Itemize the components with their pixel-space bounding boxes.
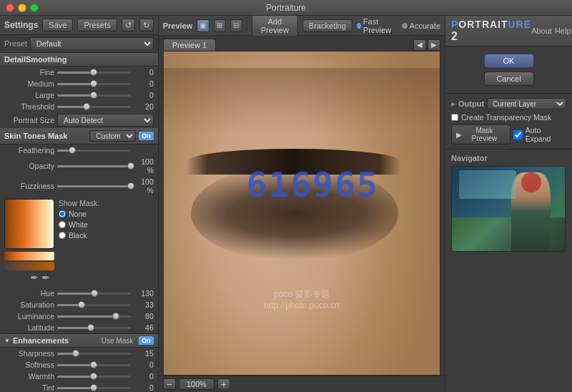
window-controls xyxy=(6,4,39,12)
toolbar-separator xyxy=(247,20,247,31)
enhancements-header: ▼ Enhancements Use Mask On xyxy=(0,333,158,348)
bracketing-button[interactable]: Bracketing xyxy=(302,19,352,32)
ok-button[interactable]: OK xyxy=(484,54,534,68)
create-transparency-checkbox[interactable] xyxy=(451,114,458,121)
titlebar: Portraiture xyxy=(0,0,572,16)
color-swatch[interactable] xyxy=(4,199,54,249)
skin-tones-on-badge: On xyxy=(139,132,154,140)
skin-tones-dropdown[interactable]: Custom xyxy=(89,130,136,142)
softness-slider-row: Softness 0 xyxy=(0,359,158,371)
preset-row: Preset Default xyxy=(0,35,158,53)
redo-button[interactable]: ↻ xyxy=(139,19,154,31)
softness-value: 0 xyxy=(134,361,154,369)
mask-preview-button[interactable]: ▶ Mask Preview xyxy=(451,124,511,144)
softness-slider[interactable] xyxy=(57,364,131,366)
warmth-value: 0 xyxy=(134,372,154,381)
large-value: 0 xyxy=(134,91,154,99)
hue-slider[interactable] xyxy=(57,293,131,295)
zoom-minus-button[interactable]: − xyxy=(163,378,176,390)
feathering-slider[interactable] xyxy=(57,150,131,152)
fine-slider[interactable] xyxy=(57,72,131,74)
latitude-label: Latitude xyxy=(4,323,54,332)
navigator-thumbnail xyxy=(451,166,566,252)
detail-smoothing-header: DetailSmoothing xyxy=(0,53,158,67)
warmth-slider[interactable] xyxy=(57,376,131,378)
threshold-value: 20 xyxy=(134,102,154,111)
help-button[interactable]: Help xyxy=(555,26,571,35)
none-radio-row[interactable]: None xyxy=(59,210,154,218)
app-title: Portraiture xyxy=(266,3,306,13)
tint-slider[interactable] xyxy=(57,387,131,389)
eyedropper-btn-2[interactable]: ✒ xyxy=(41,272,50,283)
threshold-slider[interactable] xyxy=(57,106,131,108)
none-radio[interactable] xyxy=(59,210,66,217)
luminance-label: Luminance xyxy=(4,312,54,320)
preview-toolbar: Preview ▣ ⊞ ⊟ Add Preview Bracketing Fas… xyxy=(159,16,445,36)
minimize-btn[interactable] xyxy=(18,4,26,12)
cancel-button[interactable]: Cancel xyxy=(484,72,534,86)
latitude-slider[interactable] xyxy=(57,327,131,329)
large-slider[interactable] xyxy=(57,94,131,97)
zoom-plus-button[interactable]: + xyxy=(217,378,230,390)
hue-value: 130 xyxy=(134,289,154,298)
black-radio[interactable] xyxy=(59,232,66,239)
sharpness-value: 15 xyxy=(134,349,154,358)
fuzziness-label: Fuzziness xyxy=(4,182,54,190)
preview-tab-1[interactable]: Preview 1 xyxy=(163,39,216,51)
accurate-option[interactable]: Accurate xyxy=(402,21,440,30)
output-chevron: ▶ xyxy=(451,101,455,107)
preset-select[interactable]: Default xyxy=(30,37,154,50)
about-button[interactable]: About xyxy=(531,26,552,35)
close-btn[interactable] xyxy=(6,4,14,12)
medium-value: 0 xyxy=(134,79,154,88)
sharpness-slider[interactable] xyxy=(57,353,131,355)
fuzziness-value: 100 % xyxy=(134,177,154,195)
white-radio[interactable] xyxy=(59,221,66,228)
presets-button[interactable]: Presets xyxy=(77,19,117,31)
portrait-size-select[interactable]: Auto Detect xyxy=(57,114,154,127)
large-label: Large xyxy=(4,91,54,99)
warmth-label: Warmth xyxy=(4,372,54,381)
save-button[interactable]: Save xyxy=(42,19,73,31)
auto-expand-checkbox[interactable] xyxy=(513,130,523,139)
skin-tones-label: Skin Tones Mask xyxy=(4,132,87,140)
black-radio-row[interactable]: Black xyxy=(59,231,154,240)
watermark: poco 摄影专题 http://photo.poco.cn xyxy=(264,288,339,310)
opacity-slider-row: Opacity 100 % xyxy=(0,156,158,176)
mask-preview-label: Mask Preview xyxy=(463,127,506,142)
fine-value: 0 xyxy=(134,68,154,77)
fine-label: Fine xyxy=(4,68,54,77)
feathering-slider-row: Feathering xyxy=(0,144,158,156)
fuzziness-slider[interactable] xyxy=(57,185,131,187)
enhancements-chevron: ▼ xyxy=(4,338,10,344)
medium-slider[interactable] xyxy=(57,83,131,85)
saturation-label: Saturation xyxy=(4,300,54,309)
alpha-gradient-bar xyxy=(4,262,54,270)
opacity-slider[interactable] xyxy=(57,165,131,167)
fast-preview-option[interactable]: Fast Preview xyxy=(357,17,398,34)
preview-label: Preview xyxy=(163,21,193,30)
enhancements-label: Enhancements xyxy=(13,336,99,345)
prev-nav-btn[interactable]: ◀ xyxy=(413,39,426,51)
threshold-label: Threshold xyxy=(4,102,54,111)
fine-slider-row: Fine 0 xyxy=(0,67,158,78)
medium-slider-row: Medium 0 xyxy=(0,78,158,89)
preset-label: Preset xyxy=(4,39,27,48)
latitude-slider-row: Latitude 46 xyxy=(0,322,158,333)
single-view-btn[interactable]: ▣ xyxy=(197,19,209,32)
undo-button[interactable]: ↺ xyxy=(122,19,136,31)
maximize-btn[interactable] xyxy=(30,4,39,12)
add-preview-button[interactable]: Add Preview xyxy=(252,15,298,36)
saturation-slider[interactable] xyxy=(57,304,131,306)
white-radio-row[interactable]: White xyxy=(59,220,154,229)
fuzziness-slider-row: Fuzziness 100 % xyxy=(0,176,158,196)
latitude-value: 46 xyxy=(134,323,154,332)
create-transparency-label: Create Transparency Mask xyxy=(461,113,551,122)
multi-view-btn[interactable]: ⊟ xyxy=(230,19,242,32)
output-select[interactable]: Current Layer xyxy=(487,98,566,109)
next-nav-btn[interactable]: ▶ xyxy=(428,39,440,51)
split-view-btn[interactable]: ⊞ xyxy=(214,19,226,32)
luminance-slider[interactable] xyxy=(57,315,131,318)
hue-gradient-bar xyxy=(4,252,54,260)
eyedropper-btn-1[interactable]: ✒ xyxy=(30,272,39,283)
